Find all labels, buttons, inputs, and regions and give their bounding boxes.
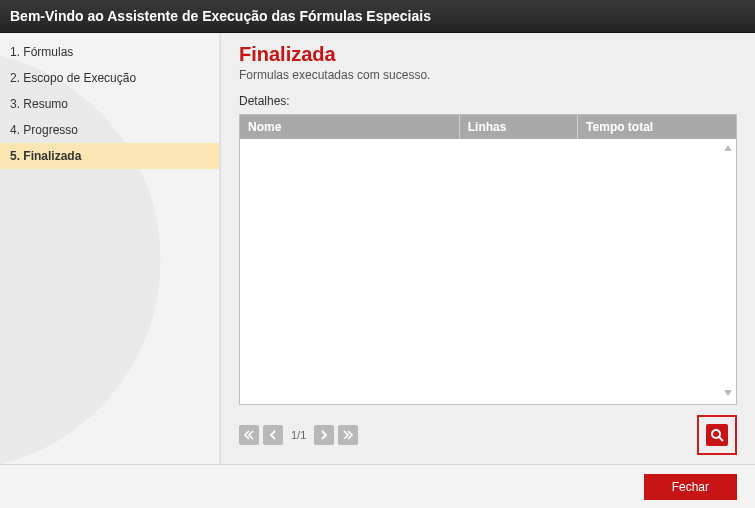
chevron-right-icon xyxy=(320,430,328,440)
search-icon xyxy=(710,428,724,442)
scroll-down-icon[interactable] xyxy=(723,388,733,398)
wizard-steps: 1. Fórmulas 2. Escopo de Execução 3. Res… xyxy=(0,33,220,465)
step-progresso[interactable]: 4. Progresso xyxy=(0,117,219,143)
main-panel: Finalizada Formulas executadas com suces… xyxy=(220,33,755,465)
col-linhas[interactable]: Linhas xyxy=(460,115,578,139)
pager-last-button[interactable] xyxy=(338,425,358,445)
chevron-left-icon xyxy=(269,430,277,440)
double-chevron-left-icon xyxy=(244,430,254,440)
search-button[interactable] xyxy=(697,415,737,455)
step-escopo[interactable]: 2. Escopo de Execução xyxy=(0,65,219,91)
pager-prev-button[interactable] xyxy=(263,425,283,445)
page-indicator: 1/1 xyxy=(287,429,310,441)
step-resumo[interactable]: 3. Resumo xyxy=(0,91,219,117)
table-body xyxy=(240,139,736,404)
step-formulas[interactable]: 1. Fórmulas xyxy=(0,39,219,65)
footer: Fechar xyxy=(0,464,755,508)
page-subtitle: Formulas executadas com sucesso. xyxy=(239,68,737,82)
pager: 1/1 xyxy=(239,425,358,445)
window-title: Bem-Vindo ao Assistente de Execução das … xyxy=(0,0,755,33)
pager-first-button[interactable] xyxy=(239,425,259,445)
close-button[interactable]: Fechar xyxy=(644,474,737,500)
page-title: Finalizada xyxy=(239,43,737,66)
svg-point-0 xyxy=(712,430,720,438)
col-tempo[interactable]: Tempo total xyxy=(578,115,736,139)
details-table: Nome Linhas Tempo total xyxy=(239,114,737,405)
details-label: Detalhes: xyxy=(239,94,737,108)
pager-next-button[interactable] xyxy=(314,425,334,445)
col-nome[interactable]: Nome xyxy=(240,115,460,139)
scroll-up-icon[interactable] xyxy=(723,143,733,153)
table-header: Nome Linhas Tempo total xyxy=(240,115,736,139)
double-chevron-right-icon xyxy=(343,430,353,440)
step-finalizada[interactable]: 5. Finalizada xyxy=(0,143,219,169)
svg-line-1 xyxy=(719,437,723,441)
